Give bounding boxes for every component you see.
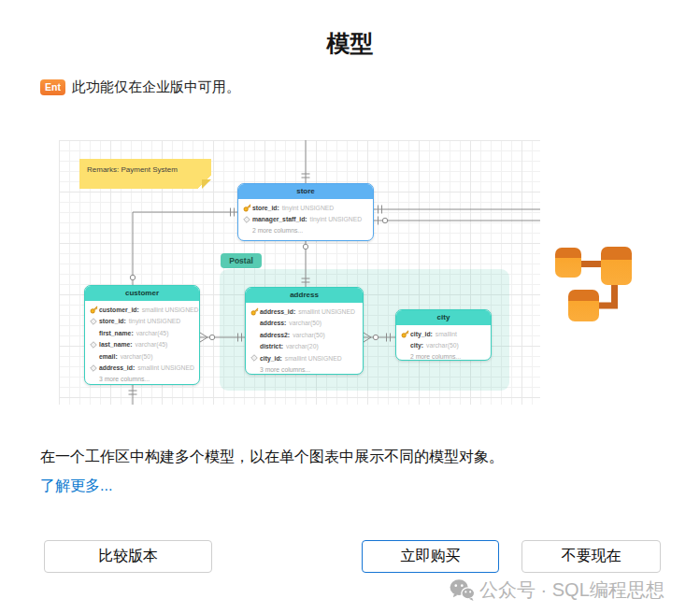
table-column: email varchar(50) — [90, 350, 194, 363]
compare-editions-button[interactable]: 比较版本 — [44, 540, 212, 573]
learn-more-link[interactable]: 了解更多... — [40, 477, 112, 496]
table-title: address — [246, 288, 363, 303]
table-title: city — [396, 310, 491, 325]
er-diagram-canvas: Postal Remarks: Payment System store sto… — [59, 140, 540, 405]
dialog-model-feature: 模型 Ent 此功能仅在企业版中可用。 Postal — [0, 0, 700, 613]
more-columns-label: 2 more columns... — [243, 225, 368, 237]
table-columns: customer_id smallint UNSIGNED store_id t… — [85, 301, 199, 385]
table-columns: address_id smallint UNSIGNED address var… — [246, 303, 363, 375]
table-column: store_id tinyint UNSIGNED — [243, 202, 368, 214]
page-title: 模型 — [0, 28, 700, 59]
table-column: address_id smallint UNSIGNED — [250, 306, 358, 318]
more-columns-label: 3 more columns... — [250, 364, 358, 376]
enterprise-badge: Ent — [40, 79, 65, 95]
more-columns-label: 3 more columns... — [90, 374, 194, 385]
table-column: last_name varchar(45) — [90, 339, 194, 351]
table-store: store store_id tinyint UNSIGNED manager_… — [237, 183, 374, 241]
foreign-key-icon — [243, 216, 252, 223]
table-title: store — [238, 184, 373, 199]
table-column: manager_staff_id tinyint UNSIGNED — [243, 214, 368, 226]
primary-key-icon — [243, 204, 252, 212]
watermark: 公众号 · SQL编程思想 — [450, 577, 664, 603]
feature-description: 在一个工作区中构建多个模型，以在单个图表中展示不同的模型对象。 — [40, 448, 504, 467]
table-columns: city_id smallint city varchar(50) 2 more… — [396, 325, 491, 361]
table-customer: customer customer_id smallint UNSIGNED s… — [84, 285, 200, 385]
not-now-button[interactable]: 不要现在 — [521, 540, 661, 573]
wechat-icon — [450, 578, 475, 602]
enterprise-notice-text: 此功能仅在企业版中可用。 — [72, 78, 240, 96]
table-column: city_id smallint — [401, 328, 486, 340]
table-column: address_id smallint UNSIGNED — [90, 363, 194, 375]
enterprise-notice: Ent 此功能仅在企业版中可用。 — [40, 78, 240, 96]
more-columns-label: 2 more columns... — [401, 351, 486, 361]
foreign-key-icon — [90, 318, 99, 325]
foreign-key-icon — [90, 364, 99, 372]
primary-key-icon — [90, 306, 99, 314]
table-city: city city_id smallint city varchar(50) 2… — [395, 309, 492, 361]
table-address: address address_id smallint UNSIGNED add… — [245, 287, 364, 375]
watermark-text: 公众号 · SQL编程思想 — [479, 577, 664, 603]
remarks-note: Remarks: Payment System — [79, 159, 211, 189]
buy-now-button[interactable]: 立即购买 — [362, 540, 499, 573]
foreign-key-icon — [250, 354, 260, 362]
foreign-key-icon — [90, 341, 99, 349]
table-column: city varchar(50) — [401, 340, 486, 352]
primary-key-icon — [401, 330, 410, 338]
table-column: address2 varchar(50) — [250, 329, 358, 341]
table-column: store_id tinyint UNSIGNED — [90, 316, 194, 328]
table-column: address varchar(50) — [250, 318, 358, 330]
table-title: customer — [85, 286, 199, 301]
model-icon — [552, 241, 636, 325]
table-column: city_id smallint UNSIGNED — [250, 352, 358, 364]
table-column: district varchar(20) — [250, 341, 358, 353]
table-column: customer_id smallint UNSIGNED — [90, 304, 194, 316]
primary-key-icon — [250, 307, 260, 316]
table-column: first_name varchar(45) — [90, 327, 194, 339]
table-columns: store_id tinyint UNSIGNED manager_staff_… — [238, 199, 373, 239]
subject-area-label: Postal — [221, 253, 262, 268]
